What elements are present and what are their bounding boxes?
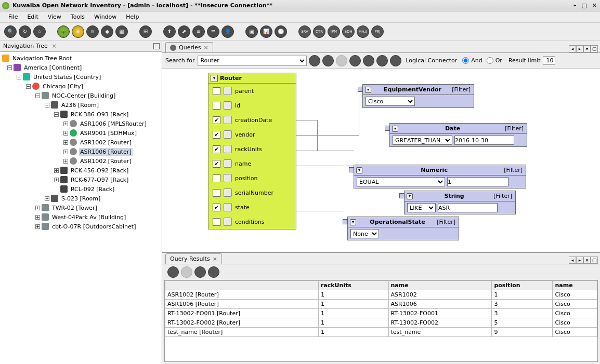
attr-checkbox[interactable] — [213, 87, 220, 95]
attr-rackUnits[interactable]: rackUnits — [208, 142, 296, 156]
port-icon[interactable] — [399, 193, 405, 198]
tree-s023[interactable]: S-023 [Room] — [60, 195, 101, 203]
attr-state[interactable]: state — [208, 200, 296, 214]
attr-checkbox[interactable] — [213, 145, 220, 153]
query-wrench-button[interactable] — [363, 55, 374, 66]
tool-nodes-icon[interactable]: ◆ — [101, 25, 113, 38]
query-new-button[interactable] — [309, 55, 320, 66]
string-value-input[interactable] — [438, 203, 498, 212]
tool-map-icon[interactable]: ⬈ — [178, 25, 190, 38]
twisty-icon[interactable]: + — [63, 150, 68, 154]
attr-checkbox[interactable] — [213, 116, 220, 124]
visibility-toggle-icon[interactable] — [224, 87, 232, 95]
results-table[interactable]: rackUnitsnamepositionname ASR1002 [Route… — [165, 280, 597, 337]
visibility-toggle-icon[interactable] — [224, 203, 232, 211]
collapse-icon[interactable]: ▾ — [211, 75, 218, 82]
string-op-select[interactable]: LIKE — [407, 203, 436, 212]
nav-tab-close-icon[interactable]: × — [52, 43, 57, 49]
twisty-icon[interactable]: + — [63, 131, 68, 136]
tree-asr1006m[interactable]: ASR1006 [MPLSRouter] — [79, 120, 148, 128]
query-link-button[interactable] — [349, 55, 361, 66]
tool-search-icon[interactable]: 🔍 — [4, 25, 17, 38]
col-header[interactable]: rackUnits — [318, 281, 388, 290]
twisty-icon[interactable]: + — [54, 168, 59, 173]
tool-chart-icon[interactable]: 📊 — [260, 25, 272, 38]
col-header[interactable] — [165, 281, 319, 290]
vendor-select[interactable]: Cisco — [366, 97, 415, 106]
menu-edit[interactable]: Edit — [23, 12, 42, 21]
date-value-input[interactable] — [454, 136, 514, 145]
twisty-icon[interactable]: + — [63, 159, 68, 164]
tab-dropdown-icon[interactable]: ▾ — [583, 45, 591, 52]
attr-checkbox[interactable] — [213, 218, 220, 226]
col-header[interactable]: name — [388, 281, 492, 290]
menu-view[interactable]: View — [44, 12, 66, 21]
tab-query-results[interactable]: Query Results × — [165, 253, 222, 264]
menu-help[interactable]: Help — [122, 12, 143, 21]
result-limit-input[interactable] — [543, 56, 555, 65]
results-export-button[interactable] — [167, 266, 179, 278]
tool-user-icon[interactable]: 👤 — [221, 25, 234, 38]
twisty-icon[interactable]: − — [26, 84, 31, 89]
tree-root[interactable]: Navigation Tree Root — [11, 55, 73, 62]
tab-results-close-icon[interactable]: × — [213, 255, 217, 262]
tool-ipm-icon[interactable] — [328, 25, 340, 38]
attr-conditions[interactable]: conditions — [208, 214, 296, 229]
twisty-icon[interactable]: + — [35, 206, 40, 210]
tool-fav-icon[interactable]: ★ — [72, 25, 84, 38]
maximize-button[interactable]: ▢ — [580, 2, 588, 9]
port-icon[interactable] — [343, 219, 348, 224]
tree-chicago[interactable]: Chicago [City] — [42, 83, 84, 90]
visibility-toggle-icon[interactable] — [224, 101, 232, 110]
attr-vendor[interactable]: vendor — [208, 127, 296, 142]
collapse-icon[interactable]: ▾ — [365, 87, 371, 93]
tool-cal-icon[interactable]: ▣ — [245, 25, 258, 38]
date-op-select[interactable]: GREATER_THAN — [393, 136, 452, 145]
filter-numeric[interactable]: ▾Numeric[Filter] EQUAL — [354, 165, 526, 188]
query-print-button[interactable] — [376, 55, 388, 66]
twisty-icon[interactable]: − — [7, 65, 12, 70]
search-for-select[interactable]: Router — [198, 56, 307, 66]
collapse-icon[interactable]: ▾ — [356, 167, 362, 173]
visibility-toggle-icon[interactable] — [224, 174, 232, 182]
collapse-icon[interactable]: ▾ — [407, 193, 413, 199]
tab-right-icon[interactable]: ▸ — [576, 45, 583, 52]
filter-operationalstate[interactable]: ▾OperationalState[Filter] None — [347, 217, 459, 240]
table-row[interactable]: RT-13002-FO001 [Router]1RT-13002-FO0013C… — [165, 309, 597, 318]
minimize-button[interactable]: – — [572, 2, 578, 9]
attr-name[interactable]: name — [208, 156, 296, 171]
tool-list2-icon[interactable]: ≣ — [207, 25, 219, 38]
rtab-right-icon[interactable]: ▸ — [576, 257, 583, 264]
tab-queries[interactable]: Queries × — [165, 42, 213, 52]
tree-asr1002a[interactable]: ASR1002 [Router] — [79, 139, 133, 146]
query-save-button[interactable] — [322, 55, 334, 66]
twisty-icon[interactable]: + — [63, 122, 68, 126]
twisty-icon[interactable]: + — [63, 140, 68, 145]
filter-string[interactable]: ▾String[Filter] LIKE — [404, 191, 516, 214]
twisty-icon[interactable]: − — [17, 75, 21, 79]
tree-us[interactable]: United States [Country] — [32, 73, 102, 81]
tree-twr02[interactable]: TWR-02 [Tower] — [51, 204, 98, 212]
twisty-icon[interactable]: − — [35, 93, 40, 98]
opstate-select[interactable]: None — [350, 229, 379, 238]
tool-srv-icon[interactable] — [298, 25, 311, 38]
attr-checkbox[interactable] — [213, 204, 220, 211]
tool-refresh-icon[interactable]: ↻ — [19, 25, 31, 38]
filter-equipmentvendor[interactable]: ▾EquipmentVendor[Filter] Cisco — [362, 84, 474, 108]
tree-america[interactable]: America [Continent] — [23, 64, 83, 72]
table-row[interactable]: test_name [Router]1test_name9Cisco — [165, 328, 597, 337]
tree-rck677[interactable]: RCK-677-O97 [Rack] — [70, 176, 129, 184]
rtab-left-icon[interactable]: ◂ — [569, 257, 576, 264]
table-row[interactable]: RT-13002-FO002 [Router]1RT-13002-FO0025C… — [165, 318, 597, 328]
port-icon[interactable] — [349, 167, 354, 172]
port-icon[interactable] — [385, 126, 390, 131]
attr-checkbox[interactable] — [213, 189, 220, 197]
rtab-dropdown-icon[interactable]: ▾ — [583, 257, 591, 264]
attr-serialNumber[interactable]: serialNumber — [208, 185, 296, 200]
menu-window[interactable]: Window — [90, 12, 121, 21]
twisty-icon[interactable]: − — [54, 112, 59, 117]
attr-position[interactable]: position — [208, 171, 296, 185]
tree-rcl092[interactable]: RCL-092 [Rack] — [70, 185, 115, 193]
visibility-toggle-icon[interactable] — [224, 130, 232, 139]
tool-sdh-icon[interactable] — [342, 25, 355, 38]
